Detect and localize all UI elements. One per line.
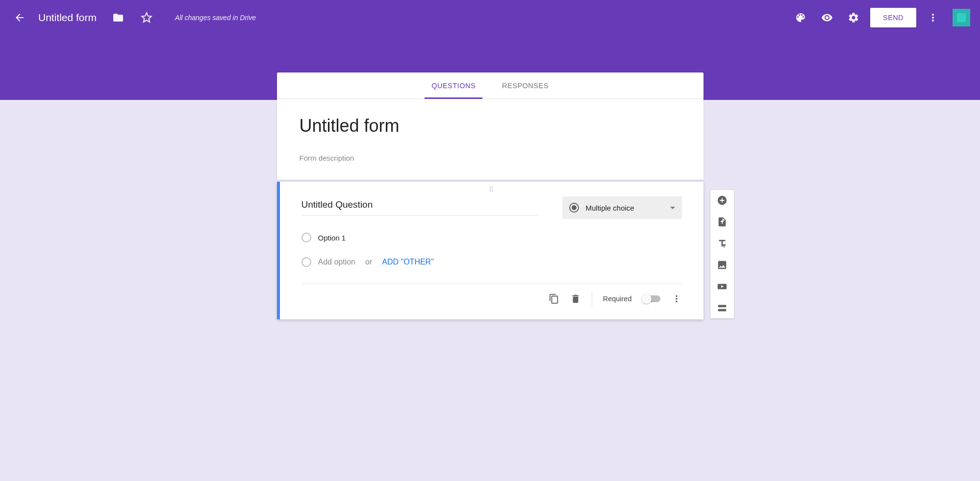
delete-icon[interactable] bbox=[570, 293, 581, 304]
back-arrow-icon[interactable] bbox=[10, 8, 29, 27]
question-title-input[interactable]: Untitled Question bbox=[302, 196, 538, 216]
more-vert-icon[interactable] bbox=[671, 293, 682, 304]
floating-toolbar bbox=[710, 190, 734, 318]
import-questions-icon[interactable] bbox=[717, 216, 728, 227]
drag-handle-icon[interactable]: ⠿ bbox=[489, 186, 495, 193]
divider bbox=[592, 291, 592, 307]
add-option-row: Add option or ADD "OTHER" bbox=[302, 257, 682, 267]
settings-gear-icon[interactable] bbox=[844, 8, 863, 27]
add-title-icon[interactable] bbox=[717, 238, 728, 249]
more-vert-icon[interactable] bbox=[923, 8, 943, 27]
star-icon[interactable] bbox=[137, 8, 156, 27]
add-video-icon[interactable] bbox=[717, 281, 728, 292]
tabs-bar: QUESTIONS RESPONSES bbox=[277, 72, 704, 99]
send-button[interactable]: SEND bbox=[870, 8, 916, 27]
form-description-input[interactable]: Form description bbox=[300, 154, 681, 162]
palette-icon[interactable] bbox=[791, 8, 810, 27]
duplicate-icon[interactable] bbox=[549, 293, 559, 304]
add-section-icon[interactable] bbox=[717, 303, 728, 313]
add-question-icon[interactable] bbox=[717, 195, 728, 206]
question-type-label: Multiple choice bbox=[586, 204, 675, 212]
chevron-down-icon bbox=[670, 207, 675, 209]
add-image-icon[interactable] bbox=[717, 260, 728, 270]
question-type-dropdown[interactable]: Multiple choice bbox=[562, 196, 682, 219]
or-separator: or bbox=[365, 258, 372, 266]
preview-eye-icon[interactable] bbox=[817, 8, 837, 27]
folder-icon[interactable] bbox=[108, 8, 128, 27]
required-label: Required bbox=[603, 295, 632, 303]
option-text-input[interactable]: Option 1 bbox=[318, 234, 346, 242]
form-title-input[interactable]: Untitled form bbox=[300, 116, 681, 136]
radio-outline-icon bbox=[302, 233, 311, 242]
radio-icon bbox=[569, 203, 579, 213]
tab-questions[interactable]: QUESTIONS bbox=[431, 72, 476, 99]
question-card: ⠿ Untitled Question Multiple choice Opti… bbox=[277, 182, 704, 319]
radio-outline-icon bbox=[302, 257, 311, 267]
required-toggle[interactable] bbox=[643, 295, 660, 302]
account-avatar[interactable] bbox=[953, 9, 970, 26]
add-other-button[interactable]: ADD "OTHER" bbox=[382, 258, 434, 266]
option-row: Option 1 bbox=[302, 233, 682, 242]
save-status-text: All changes saved in Drive bbox=[175, 14, 256, 22]
add-option-button[interactable]: Add option bbox=[318, 258, 356, 266]
page-title[interactable]: Untitled form bbox=[38, 12, 97, 24]
tab-responses[interactable]: RESPONSES bbox=[502, 72, 549, 99]
